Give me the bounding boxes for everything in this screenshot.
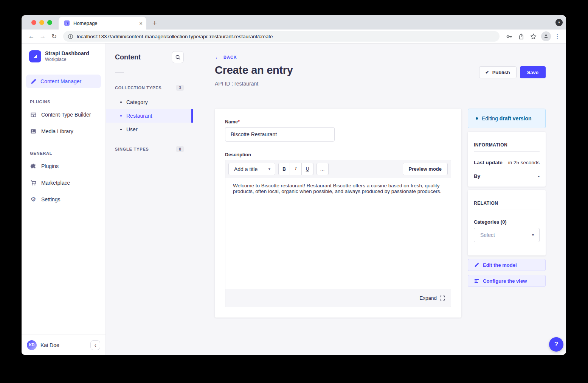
draft-version-badge: Editingdraft version [468, 109, 546, 128]
sidebar-item-settings[interactable]: ⚙ Settings [26, 191, 101, 208]
close-window-button[interactable] [31, 20, 36, 25]
search-icon [175, 54, 181, 60]
categories-field-label: Categories (0) [474, 219, 540, 225]
collection-type-restaurant[interactable]: Restaurant [106, 109, 193, 123]
info-row-last-update: Last update in 25 seconds [474, 160, 540, 165]
expand-label[interactable]: Expand [419, 295, 437, 301]
check-icon: ✔ [486, 70, 489, 75]
main-sidebar: Strapi Dashboard Workplace Content Manag… [22, 44, 106, 355]
name-field-label: Name* [225, 119, 240, 125]
tab-strip: Homepage × + ▼ [22, 15, 566, 30]
sidebar-item-marketplace[interactable]: Marketplace [26, 174, 101, 191]
back-label: BACK [223, 55, 237, 59]
gear-icon: ⚙ [30, 196, 37, 202]
tab-search-button[interactable]: ▼ [555, 19, 563, 26]
save-label: Save [527, 70, 538, 75]
collection-type-label: Restaurant [126, 113, 152, 119]
draft-bold-text: draft version [500, 115, 532, 121]
information-card: INFORMATION Last update in 25 seconds By… [468, 132, 546, 187]
site-info-icon[interactable] [68, 34, 73, 39]
underline-button[interactable]: U [302, 163, 313, 175]
share-icon[interactable] [515, 33, 527, 40]
brand-header[interactable]: Strapi Dashboard Workplace [22, 44, 105, 69]
edit-pencil-icon [474, 263, 479, 268]
cart-icon [30, 180, 37, 186]
collection-type-label: Category [126, 99, 148, 105]
categories-select[interactable]: Select ▼ [474, 228, 540, 242]
tab-title: Homepage [73, 20, 136, 26]
url-text[interactable]: localhost:1337/admin/content-manager/col… [77, 34, 273, 39]
divider [474, 151, 540, 152]
sidebar-item-content-manager[interactable]: Content Manager [26, 75, 101, 88]
content-types-panel: Content COLLECTION TYPES 3 Category Rest… [106, 44, 193, 355]
draft-dot-icon [476, 117, 478, 120]
sidebar-item-label: Media Library [41, 128, 73, 134]
information-title: INFORMATION [474, 142, 540, 148]
collection-types-count-badge: 3 [176, 85, 184, 91]
back-nav-icon[interactable]: ← [26, 33, 37, 40]
search-button[interactable] [172, 51, 184, 63]
single-types-count-badge: 0 [176, 146, 184, 152]
forward-nav-icon[interactable]: → [37, 33, 48, 40]
preview-mode-button[interactable]: Preview mode [403, 163, 448, 175]
grid-icon [30, 112, 37, 118]
sidebar-item-label: Settings [41, 196, 61, 202]
sidebar-item-content-type-builder[interactable]: Content-Type Builder [26, 106, 101, 123]
configure-lines-icon [474, 279, 479, 283]
zoom-window-button[interactable] [47, 20, 52, 25]
collection-type-category[interactable]: Category [106, 95, 193, 109]
edit-model-label: Edit the model [483, 262, 517, 268]
browser-profile-avatar[interactable] [541, 31, 551, 41]
edit-model-button[interactable]: Edit the model [468, 259, 546, 271]
user-name[interactable]: Kai Doe [40, 342, 59, 348]
brand-subtitle: Workplace [45, 57, 89, 62]
sidebar-item-media-library[interactable]: Media Library [26, 123, 101, 140]
plugins-section-header: PLUGINS [26, 100, 101, 104]
collapse-sidebar-button[interactable]: ‹ [90, 340, 100, 350]
entry-form-card: Name* Description Add a title ▼ B [215, 109, 461, 318]
panel-title: Content [115, 53, 141, 61]
required-asterisk: * [238, 119, 240, 125]
bookmark-star-icon[interactable] [527, 33, 539, 40]
minimize-window-button[interactable] [39, 20, 44, 25]
save-button[interactable]: Save [520, 66, 546, 78]
help-button[interactable]: ? [549, 337, 563, 352]
draft-prefix: Editing [482, 115, 498, 121]
brand-title: Strapi Dashboard [45, 50, 89, 57]
sidebar-item-plugins[interactable]: Plugins [26, 158, 101, 174]
strapi-logo-icon [29, 50, 41, 62]
title-style-select[interactable]: Add a title ▼ [228, 163, 275, 175]
browser-toolbar: ← → ↻ localhost:1337/admin/content-manag… [22, 30, 566, 44]
more-formats-button[interactable]: ... [316, 163, 329, 175]
url-bar[interactable]: localhost:1337/admin/content-manager/col… [63, 31, 500, 42]
back-link[interactable]: ← BACK [215, 54, 546, 60]
description-textarea[interactable]: Welcome to Biscotte restaurant! Restaura… [225, 178, 451, 289]
image-icon [30, 128, 37, 134]
browser-tab[interactable]: Homepage × [59, 17, 146, 30]
reload-icon[interactable]: ↻ [49, 33, 59, 40]
configure-view-button[interactable]: Configure the view [468, 275, 546, 287]
info-label: Last update [474, 160, 503, 165]
editor-footer: Expand [225, 289, 451, 307]
strapi-app: Strapi Dashboard Workplace Content Manag… [22, 44, 566, 355]
tab-close-icon[interactable]: × [139, 20, 143, 26]
new-tab-button[interactable]: + [152, 19, 157, 27]
publish-button[interactable]: ✔ Publish [479, 66, 517, 78]
sidebar-item-label: Content-Type Builder [41, 112, 91, 118]
name-input[interactable] [225, 127, 335, 142]
api-id-subtitle: API ID : restaurant [215, 81, 546, 87]
expand-icon[interactable] [440, 296, 445, 300]
user-avatar[interactable]: KD [27, 340, 37, 350]
single-types-header: SINGLE TYPES [115, 147, 149, 151]
bold-button[interactable]: B [278, 163, 290, 175]
collection-type-label: User [126, 126, 138, 132]
editor-toolbar: Add a title ▼ B I U ... Preview mode [225, 160, 451, 178]
collection-type-user[interactable]: User [106, 123, 193, 136]
sidebar-body: Content Manager PLUGINS Content-Type Bui… [22, 69, 105, 335]
collection-types-list: Category Restaurant User [106, 95, 193, 136]
browser-menu-icon[interactable]: ⋮ [553, 33, 562, 40]
entry-side-panel: Editingdraft version INFORMATION Last up… [468, 109, 546, 287]
general-section-header: GENERAL [26, 151, 101, 156]
italic-button[interactable]: I [290, 163, 302, 175]
password-key-icon[interactable] [503, 33, 515, 40]
